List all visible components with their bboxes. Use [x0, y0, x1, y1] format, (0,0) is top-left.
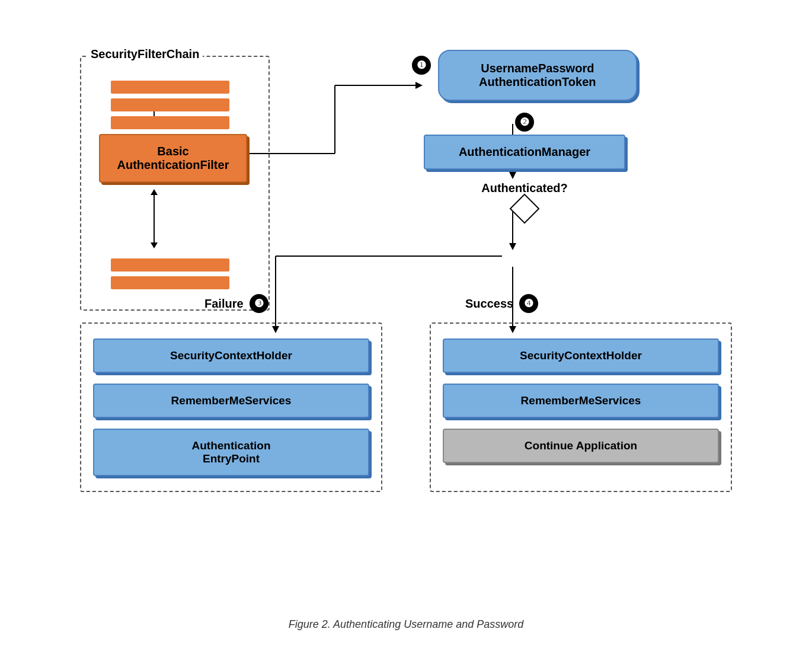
badge-3: ❸ — [250, 294, 268, 313]
diamond-shape — [510, 194, 540, 224]
failure-security-context-holder: SecurityContextHolder — [93, 339, 369, 373]
figure-caption: Figure 2. Authenticating Username and Pa… — [62, 618, 750, 631]
failure-remember-me-services: RememberMeServices — [93, 384, 369, 418]
badge-4: ❹ — [519, 294, 538, 313]
auth-manager-box: AuthenticationManager — [424, 135, 625, 170]
orange-bar-5 — [111, 276, 229, 289]
decision-diamond — [412, 198, 637, 219]
orange-bar-4 — [111, 258, 229, 272]
badge2-row: ❷ — [412, 113, 637, 132]
success-label-row: Success ❹ — [465, 294, 538, 313]
success-remember-me-services: RememberMeServices — [443, 384, 719, 418]
badge-1: ❶ — [412, 56, 431, 75]
continue-application: Continue Application — [443, 429, 719, 463]
token-box: UsernamePassword AuthenticationToken — [438, 50, 637, 101]
basic-auth-filter-box: Basic AuthenticationFilter — [99, 134, 247, 183]
svg-marker-13 — [509, 243, 516, 250]
failure-label: Failure — [204, 297, 244, 311]
failure-label-row: Failure ❸ — [204, 294, 268, 313]
orange-bar-3 — [111, 116, 229, 129]
failure-auth-entry-point: Authentication EntryPoint — [93, 429, 369, 476]
token-section: ❶ UsernamePassword AuthenticationToken — [412, 50, 637, 101]
orange-bar-2 — [111, 98, 229, 111]
failure-box: SecurityContextHolder RememberMeServices… — [80, 322, 382, 492]
success-security-context-holder: SecurityContextHolder — [443, 339, 719, 373]
diagram-wrapper: SecurityFilterChain Basic Authentication… — [62, 38, 750, 607]
badge-2: ❷ — [515, 113, 534, 132]
right-flow: ❶ UsernamePassword AuthenticationToken ❷… — [412, 50, 637, 222]
security-filter-chain-label: SecurityFilterChain — [87, 47, 203, 61]
lower-section: SecurityContextHolder RememberMeServices… — [80, 322, 732, 492]
bottom-bars — [111, 258, 229, 289]
success-label: Success — [465, 297, 513, 311]
security-filter-chain-box: SecurityFilterChain Basic Authentication… — [80, 56, 270, 311]
success-box: SecurityContextHolder RememberMeServices… — [430, 322, 732, 492]
orange-bar-1 — [111, 81, 229, 94]
top-bars — [111, 81, 229, 129]
